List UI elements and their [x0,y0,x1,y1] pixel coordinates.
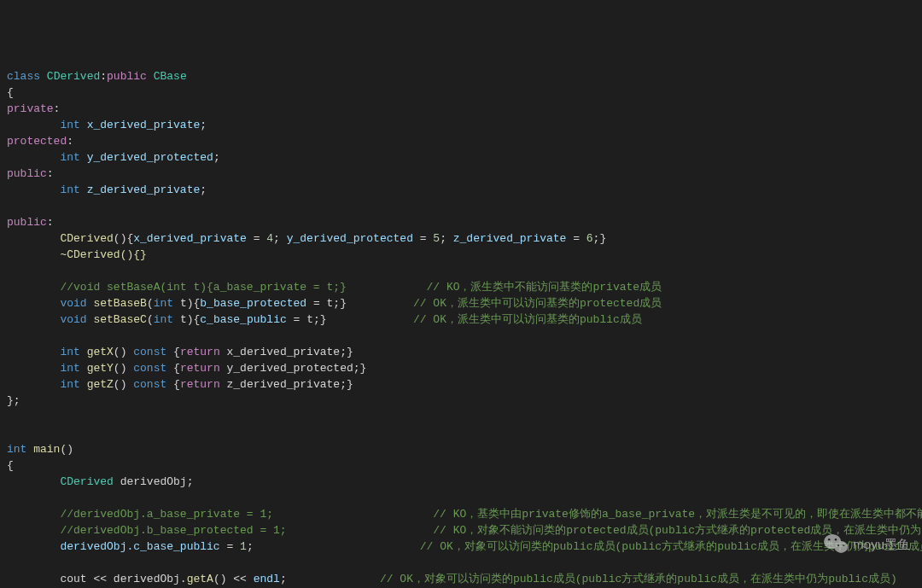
semi: ;} [593,232,607,245]
keyword-int: int [154,297,173,310]
type-cbase: CBase [154,70,187,83]
expr: y_derived_protected;} [220,362,367,375]
type-cderived: CDerived [60,475,113,488]
keyword-public: public [7,167,47,180]
paren: (){ [114,232,133,245]
paren: ( [147,313,154,326]
paren: () [114,346,133,358]
keyword-int: int [154,313,173,326]
comment: // OK，派生类中可以访问基类的protected成员 [413,297,662,310]
keyword-const: const [133,346,166,358]
colon: : [47,216,54,229]
number: 5 [433,232,440,245]
keyword-return: return [180,378,220,391]
keyword-public: public [107,70,147,83]
paren: () [60,443,73,456]
destructor: ~CDerived(){} [60,248,146,261]
brace: { [166,346,180,358]
fn-getz: getZ [87,378,114,391]
var-x-derived-private: x_derived_private [87,119,201,131]
constructor: CDerived [60,232,113,245]
var: b_base_protected [200,297,306,310]
var-z-derived-private: z_derived_private [87,183,201,196]
var: z_derived_private [453,232,567,245]
brace-open: { [7,459,14,472]
fn-main: main [33,443,60,456]
cout-expr: cout << derivedObj. [60,573,186,585]
eq: = [413,232,433,245]
arg: t){ [173,297,200,310]
semi: ; [200,183,207,196]
comment: // OK，派生类中可以访问基类的public成员 [413,313,642,326]
arg: t){ [173,313,200,326]
number: 6 [586,232,593,245]
endl: endl [254,573,280,585]
eq: = [220,540,240,553]
semi: ; [280,573,287,585]
paren: ( [147,297,154,310]
keyword-int: int [60,346,79,358]
var: x_derived_private [133,232,247,245]
semi: ; [440,232,453,245]
brace: { [166,378,180,391]
keyword-int: int [7,443,26,456]
paren: () [114,378,133,391]
fn-setbasec: setBaseC [93,313,146,326]
keyword-int: int [60,378,79,391]
var: c_base_public [200,313,286,326]
fn-getx: getX [87,346,114,358]
rest: = t;} [306,297,347,310]
eq: = [247,232,266,245]
var-derivedobj: derivedObj; [114,475,194,488]
keyword-const: const [133,362,166,375]
keyword-void: void [60,313,86,326]
expr: x_derived_private;} [220,346,353,358]
semi: ; [213,151,220,164]
keyword-return: return [180,362,220,375]
fn-setbaseb: setBaseB [93,297,146,310]
brace-open: { [7,86,14,99]
rest: = t;} [287,313,327,326]
paren: () [114,362,133,375]
brace-close: }; [7,394,20,407]
comment: // OK，对象可以访问类的public成员(public方式继承的public… [380,573,897,585]
keyword-int: int [60,183,79,196]
keyword-int: int [60,151,79,164]
number: 1 [240,540,247,553]
semi: ; [273,232,287,245]
code-block: class CDerived:public CBase { private: i… [7,68,915,588]
keyword-public: public [7,216,47,229]
colon: : [67,135,73,148]
keyword-private: private [7,102,54,115]
comment: // OK，对象可以访问类的public成员(public方式继承的public… [420,540,922,553]
number: 4 [266,232,273,245]
expr: derivedObj.c_base_public [60,540,219,553]
keyword-void: void [60,297,86,310]
keyword-protected: protected [7,135,67,148]
expr: z_derived_private;} [220,378,353,391]
keyword-return: return [180,346,220,358]
comment-setbasea: //void setBaseA(int t){a_base_private = … [60,281,662,294]
keyword-int: int [60,119,79,131]
eq: = [566,232,586,245]
colon: : [54,102,61,115]
keyword-class: class [7,70,40,83]
comment: //derivedObj.a_base_private = 1; // KO，基… [60,508,922,521]
colon: : [47,167,54,180]
semi: ; [247,540,254,553]
brace: { [166,362,180,375]
comment: //derivedObj.b_base_protected = 1; // KO… [60,524,922,537]
semi: ; [200,119,207,131]
keyword-int: int [60,362,79,375]
var: y_derived_protected [287,232,413,245]
mid: () << [213,573,254,585]
var-y-derived-protected: y_derived_protected [87,151,213,164]
keyword-const: const [133,378,166,391]
fn-gety: getY [87,362,114,375]
colon: : [100,70,107,83]
fn-geta: getA [187,573,213,585]
type-cderived: CDerived [47,70,100,83]
